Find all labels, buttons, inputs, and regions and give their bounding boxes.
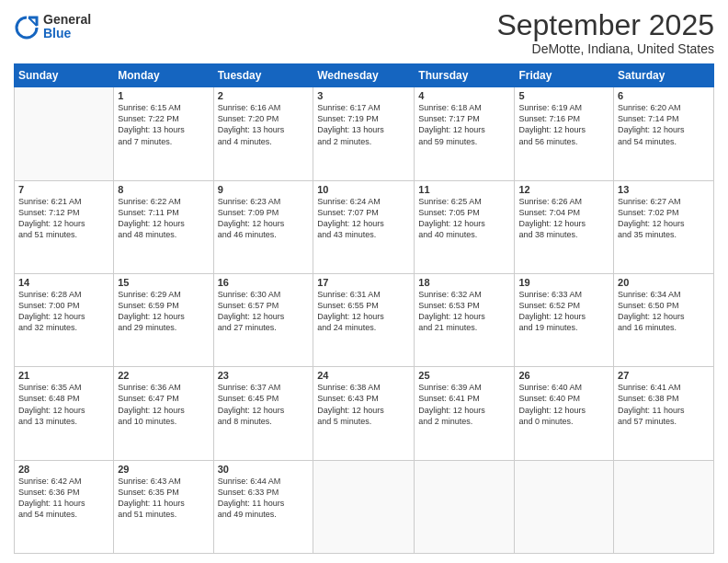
- day-number: 14: [18, 277, 109, 288]
- calendar-week-row: 21Sunrise: 6:35 AMSunset: 6:48 PMDayligh…: [15, 367, 714, 460]
- day-info: Sunrise: 6:39 AMSunset: 6:41 PMDaylight:…: [418, 382, 510, 427]
- day-info: Sunrise: 6:30 AMSunset: 6:57 PMDaylight:…: [218, 289, 310, 334]
- day-info: Sunrise: 6:22 AMSunset: 7:11 PMDaylight:…: [118, 196, 209, 241]
- day-info: Sunrise: 6:21 AMSunset: 7:12 PMDaylight:…: [18, 196, 109, 241]
- day-info: Sunrise: 6:44 AMSunset: 6:33 PMDaylight:…: [218, 476, 310, 521]
- day-info: Sunrise: 6:23 AMSunset: 7:09 PMDaylight:…: [218, 196, 310, 241]
- day-info: Sunrise: 6:42 AMSunset: 6:36 PMDaylight:…: [18, 476, 109, 521]
- calendar-body: 1Sunrise: 6:15 AMSunset: 7:22 PMDaylight…: [15, 87, 714, 554]
- day-number: 7: [18, 184, 109, 195]
- day-info: Sunrise: 6:19 AMSunset: 7:16 PMDaylight:…: [518, 102, 609, 147]
- calendar-cell: 22Sunrise: 6:36 AMSunset: 6:47 PMDayligh…: [114, 367, 213, 460]
- header-friday: Friday: [515, 64, 614, 87]
- day-number: 29: [118, 464, 209, 475]
- calendar-cell: [15, 87, 114, 180]
- calendar-table: Sunday Monday Tuesday Wednesday Thursday…: [14, 63, 714, 554]
- day-number: 13: [618, 184, 710, 195]
- day-info: Sunrise: 6:43 AMSunset: 6:35 PMDaylight:…: [118, 476, 209, 521]
- calendar-cell: 5Sunrise: 6:19 AMSunset: 7:16 PMDaylight…: [515, 87, 614, 180]
- day-info: Sunrise: 6:25 AMSunset: 7:05 PMDaylight:…: [418, 196, 510, 241]
- day-number: 6: [618, 90, 710, 101]
- calendar-cell: 23Sunrise: 6:37 AMSunset: 6:45 PMDayligh…: [213, 367, 313, 460]
- header-wednesday: Wednesday: [313, 64, 415, 87]
- day-number: 8: [118, 184, 209, 195]
- calendar-cell: [614, 460, 714, 553]
- calendar-cell: 27Sunrise: 6:41 AMSunset: 6:38 PMDayligh…: [614, 367, 714, 460]
- day-number: 30: [218, 464, 310, 475]
- logo-blue-text: Blue: [43, 27, 91, 40]
- day-number: 25: [418, 370, 510, 381]
- day-number: 16: [218, 277, 310, 288]
- calendar-cell: 30Sunrise: 6:44 AMSunset: 6:33 PMDayligh…: [213, 460, 313, 553]
- header-monday: Monday: [114, 64, 213, 87]
- location: DeMotte, Indiana, United States: [496, 41, 714, 56]
- day-number: 24: [317, 370, 410, 381]
- day-info: Sunrise: 6:37 AMSunset: 6:45 PMDaylight:…: [218, 382, 310, 427]
- day-number: 18: [418, 277, 510, 288]
- calendar-cell: 10Sunrise: 6:24 AMSunset: 7:07 PMDayligh…: [313, 180, 415, 273]
- header-saturday: Saturday: [614, 64, 714, 87]
- day-number: 12: [518, 184, 609, 195]
- header-thursday: Thursday: [415, 64, 515, 87]
- title-block: September 2025 DeMotte, Indiana, United …: [496, 9, 714, 56]
- calendar-cell: [515, 460, 614, 553]
- logo-general-text: General: [43, 13, 91, 27]
- day-number: 23: [218, 370, 310, 381]
- calendar-cell: 11Sunrise: 6:25 AMSunset: 7:05 PMDayligh…: [415, 180, 515, 273]
- logo-text: General Blue: [43, 13, 91, 41]
- calendar-cell: 16Sunrise: 6:30 AMSunset: 6:57 PMDayligh…: [213, 273, 313, 366]
- calendar-cell: 7Sunrise: 6:21 AMSunset: 7:12 PMDaylight…: [15, 180, 114, 273]
- calendar-cell: 13Sunrise: 6:27 AMSunset: 7:02 PMDayligh…: [614, 180, 714, 273]
- calendar-cell: 2Sunrise: 6:16 AMSunset: 7:20 PMDaylight…: [213, 87, 313, 180]
- calendar-cell: 9Sunrise: 6:23 AMSunset: 7:09 PMDaylight…: [213, 180, 313, 273]
- calendar-cell: 4Sunrise: 6:18 AMSunset: 7:17 PMDaylight…: [415, 87, 515, 180]
- calendar-cell: 24Sunrise: 6:38 AMSunset: 6:43 PMDayligh…: [313, 367, 415, 460]
- day-number: 17: [317, 277, 410, 288]
- day-info: Sunrise: 6:29 AMSunset: 6:59 PMDaylight:…: [118, 289, 209, 334]
- calendar-cell: 26Sunrise: 6:40 AMSunset: 6:40 PMDayligh…: [515, 367, 614, 460]
- day-number: 28: [18, 464, 109, 475]
- day-number: 9: [218, 184, 310, 195]
- calendar-cell: 12Sunrise: 6:26 AMSunset: 7:04 PMDayligh…: [515, 180, 614, 273]
- day-number: 21: [18, 370, 109, 381]
- day-info: Sunrise: 6:34 AMSunset: 6:50 PMDaylight:…: [618, 289, 710, 334]
- calendar-cell: 25Sunrise: 6:39 AMSunset: 6:41 PMDayligh…: [415, 367, 515, 460]
- calendar-week-row: 14Sunrise: 6:28 AMSunset: 7:00 PMDayligh…: [15, 273, 714, 366]
- calendar-cell: 20Sunrise: 6:34 AMSunset: 6:50 PMDayligh…: [614, 273, 714, 366]
- month-title: September 2025: [496, 9, 714, 41]
- day-info: Sunrise: 6:41 AMSunset: 6:38 PMDaylight:…: [618, 382, 710, 427]
- day-info: Sunrise: 6:24 AMSunset: 7:07 PMDaylight:…: [317, 196, 410, 241]
- day-info: Sunrise: 6:38 AMSunset: 6:43 PMDaylight:…: [317, 382, 410, 427]
- calendar-header: Sunday Monday Tuesday Wednesday Thursday…: [15, 64, 714, 87]
- header-tuesday: Tuesday: [213, 64, 313, 87]
- calendar-cell: 28Sunrise: 6:42 AMSunset: 6:36 PMDayligh…: [15, 460, 114, 553]
- logo-icon: [14, 14, 40, 40]
- calendar-cell: 21Sunrise: 6:35 AMSunset: 6:48 PMDayligh…: [15, 367, 114, 460]
- day-info: Sunrise: 6:36 AMSunset: 6:47 PMDaylight:…: [118, 382, 209, 427]
- day-info: Sunrise: 6:20 AMSunset: 7:14 PMDaylight:…: [618, 102, 710, 147]
- day-info: Sunrise: 6:26 AMSunset: 7:04 PMDaylight:…: [518, 196, 609, 241]
- calendar-cell: 3Sunrise: 6:17 AMSunset: 7:19 PMDaylight…: [313, 87, 415, 180]
- calendar-cell: 1Sunrise: 6:15 AMSunset: 7:22 PMDaylight…: [114, 87, 213, 180]
- calendar-cell: 6Sunrise: 6:20 AMSunset: 7:14 PMDaylight…: [614, 87, 714, 180]
- calendar-cell: 29Sunrise: 6:43 AMSunset: 6:35 PMDayligh…: [114, 460, 213, 553]
- calendar-page: General Blue September 2025 DeMotte, Ind…: [0, 0, 728, 563]
- day-info: Sunrise: 6:28 AMSunset: 7:00 PMDaylight:…: [18, 289, 109, 334]
- day-info: Sunrise: 6:31 AMSunset: 6:55 PMDaylight:…: [317, 289, 410, 334]
- day-number: 5: [518, 90, 609, 101]
- calendar-cell: 8Sunrise: 6:22 AMSunset: 7:11 PMDaylight…: [114, 180, 213, 273]
- day-number: 19: [518, 277, 609, 288]
- calendar-cell: 19Sunrise: 6:33 AMSunset: 6:52 PMDayligh…: [515, 273, 614, 366]
- day-number: 26: [518, 370, 609, 381]
- day-number: 11: [418, 184, 510, 195]
- calendar-week-row: 7Sunrise: 6:21 AMSunset: 7:12 PMDaylight…: [15, 180, 714, 273]
- day-number: 15: [118, 277, 209, 288]
- calendar-cell: [313, 460, 415, 553]
- day-number: 3: [317, 90, 410, 101]
- day-number: 1: [118, 90, 209, 101]
- calendar-cell: 14Sunrise: 6:28 AMSunset: 7:00 PMDayligh…: [15, 273, 114, 366]
- day-number: 10: [317, 184, 410, 195]
- day-info: Sunrise: 6:16 AMSunset: 7:20 PMDaylight:…: [218, 102, 310, 147]
- calendar-week-row: 1Sunrise: 6:15 AMSunset: 7:22 PMDaylight…: [15, 87, 714, 180]
- day-info: Sunrise: 6:17 AMSunset: 7:19 PMDaylight:…: [317, 102, 410, 147]
